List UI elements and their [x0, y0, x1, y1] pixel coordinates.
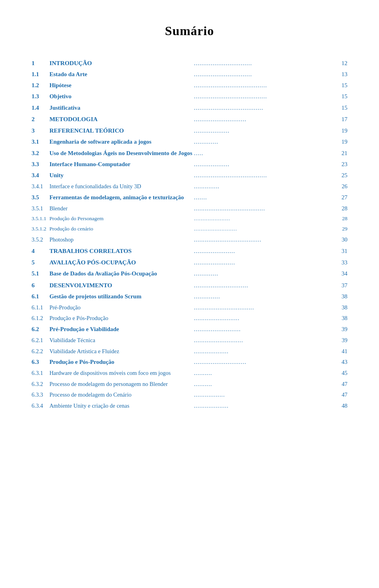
toc-dots: .......... [194, 378, 336, 389]
toc-dots: ............. [194, 137, 336, 148]
toc-label: Produção e Pós-Produção [49, 357, 194, 368]
toc-page: 27 [336, 192, 347, 203]
toc-label: AVALIAÇÃO PÓS-OCUPAÇÃO [49, 257, 194, 268]
toc-dots: ....................................... [194, 203, 336, 213]
toc-label: METODOLOGIA [49, 113, 194, 125]
toc-dots: ........................... [194, 335, 336, 346]
toc-num: 5.1 [32, 268, 49, 279]
toc-label: INTRODUÇÃO [49, 57, 194, 69]
toc-num: 3.2 [32, 148, 49, 159]
toc-page: 29 [336, 224, 347, 234]
toc-dots: ....... [194, 192, 336, 203]
toc-page: 25 [336, 170, 347, 181]
toc-num: 6.3.4 [32, 400, 49, 411]
toc-dots: ....................................... [194, 170, 336, 181]
toc-dots: ...................... [194, 245, 336, 257]
toc-label: DESENVOLVIMENTO [49, 279, 194, 291]
toc-page: 13 [336, 69, 347, 80]
toc-num: 1.4 [32, 102, 49, 113]
toc-page: 47 [336, 390, 347, 400]
toc-num: 3.3 [32, 159, 49, 170]
toc-dots: .............. [194, 181, 336, 192]
toc-dots: ............................. [194, 279, 336, 291]
toc-entry: 5AVALIAÇÃO PÓS-OCUPAÇÃO ................… [32, 257, 347, 268]
toc-num: 6.3.1 [32, 368, 49, 378]
toc-dots: ....................................... [194, 91, 336, 102]
toc-dots: ................... [194, 400, 336, 411]
toc-label: Produção e Pós-Produção [49, 313, 194, 324]
toc-num: 6.1.2 [32, 313, 49, 324]
toc-label: Blender [49, 203, 194, 213]
toc-page: 38 [336, 313, 347, 324]
toc-dots: .............. [194, 291, 336, 302]
toc-entry: 3.5.1.2Produção do cenário .............… [32, 224, 347, 234]
toc-dots: ...................... [194, 257, 336, 268]
toc-dots: ............. [194, 268, 336, 279]
toc-label: Ambiente Unity e criação de cenas [49, 400, 194, 411]
toc-page: 30 [336, 234, 347, 245]
toc-page: 45 [336, 368, 347, 378]
toc-num: 3.5.1.1 [32, 214, 49, 224]
toc-page: 28 [336, 214, 347, 224]
page-title: Sumário [32, 24, 347, 38]
toc-dots: ..................................... [194, 234, 336, 245]
toc-page: 31 [336, 245, 347, 257]
toc-entry: 6.2.1Viabilidade Técnica ...............… [32, 335, 347, 346]
toc-label: Pré-Produção [49, 302, 194, 313]
toc-entry: 6.3.2Processo de modelagem do personagem… [32, 378, 347, 389]
toc-label: Uso de Metodologias Ágeis no Desenvolvim… [49, 148, 194, 159]
toc-dots: ................... [194, 125, 336, 137]
toc-label: Produção do Personagem [49, 214, 194, 224]
toc-page: 47 [336, 378, 347, 389]
toc-page: 38 [336, 302, 347, 313]
toc-num: 6.3.3 [32, 390, 49, 400]
toc-label: Unity [49, 170, 194, 181]
toc-num: 3 [32, 125, 49, 137]
toc-num: 6.3.2 [32, 378, 49, 389]
toc-dots: ..................................... [194, 102, 336, 113]
toc-entry: 3REFERENCIAL TEÓRICO ...................… [32, 125, 347, 137]
toc-dots: ......................... [194, 324, 336, 335]
toc-num: 3.4.1 [32, 181, 49, 192]
toc-dots: ............................... [194, 57, 336, 69]
toc-entry: 6.3.4Ambiente Unity e criação de cenas .… [32, 400, 347, 411]
toc-label: Processo de modelagem do Cenário [49, 390, 194, 400]
toc-num: 3.5.1.2 [32, 224, 49, 234]
toc-entry: 1.2Hipótese ............................… [32, 80, 347, 91]
toc-label: Hipótese [49, 80, 194, 91]
toc-page: 19 [336, 137, 347, 148]
toc-num: 6.2.1 [32, 335, 49, 346]
toc-entry: 6.1.2Produção e Pós-Produção ...........… [32, 313, 347, 324]
toc-dots: ................................. [194, 302, 336, 313]
toc-page: 37 [336, 279, 347, 291]
toc-entry: 6.1.1Pré-Produção ......................… [32, 302, 347, 313]
toc-label: Engenharia de software aplicada a jogos [49, 137, 194, 148]
toc-num: 3.5.1 [32, 203, 49, 213]
toc-page: 15 [336, 80, 347, 91]
toc-entry: 3.5.1Blender ...........................… [32, 203, 347, 213]
toc-entry: 6.2.2Viabilidade Artística e Fluidez ...… [32, 346, 347, 356]
toc-page: 48 [336, 400, 347, 411]
toc-label: Viabilidade Artística e Fluidez [49, 346, 194, 356]
toc-label: Viabilidade Técnica [49, 335, 194, 346]
toc-dots: ..... [194, 148, 336, 159]
toc-entry: 3.1Engenharia de software aplicada a jog… [32, 137, 347, 148]
toc-label: Objetivo [49, 91, 194, 102]
toc-num: 6.2 [32, 324, 49, 335]
toc-page: 19 [336, 125, 347, 137]
toc-num: 1.1 [32, 69, 49, 80]
toc-entry: 3.4Unity ...............................… [32, 170, 347, 181]
toc-num: 3.1 [32, 137, 49, 148]
toc-label: Estado da Arte [49, 69, 194, 80]
toc-page: 43 [336, 357, 347, 368]
toc-table: 1INTRODUÇÃO ............................… [32, 57, 347, 411]
toc-num: 6.1.1 [32, 302, 49, 313]
toc-entry: 6.1Gestão de projetos utilizando Scrum .… [32, 291, 347, 302]
toc-num: 5 [32, 257, 49, 268]
toc-page: 15 [336, 102, 347, 113]
toc-num: 1 [32, 57, 49, 69]
toc-entry: 1.1Estado da Arte ......................… [32, 69, 347, 80]
toc-entry: 4TRABALHOS CORRELATOS ..................… [32, 245, 347, 257]
toc-dots: ................... [194, 346, 336, 356]
toc-entry: 1INTRODUÇÃO ............................… [32, 57, 347, 69]
